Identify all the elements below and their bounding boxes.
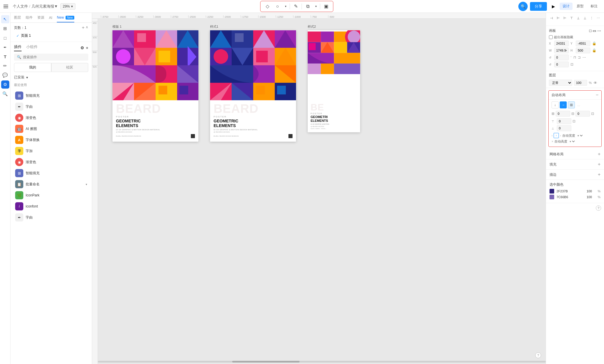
tab-ai[interactable]: AI (49, 16, 52, 22)
plugin-item-font-replace[interactable]: A 字体替换 (14, 134, 88, 145)
text-tool-icon[interactable]: T (1, 52, 9, 61)
plugin-item-iconpark[interactable]: 🌿 IconPark (14, 190, 88, 201)
plugin-item-gradient[interactable]: ◉ 渐变色 (14, 112, 88, 123)
canvas-icon-2[interactable]: ▭ (593, 29, 596, 33)
pencil-tool-icon[interactable]: ✏ (1, 62, 9, 70)
y-input[interactable] (576, 41, 590, 46)
color-item-1[interactable]: 2F237B 100 % (550, 189, 601, 194)
tab-community-plugins[interactable]: 社区 (51, 63, 89, 72)
color-item-2[interactable]: 7C66B6 100 % (550, 195, 601, 199)
plugin-item-ai-erase[interactable]: 🤖 AI 擦图 (14, 123, 88, 134)
plugin-item-ziyou2[interactable]: ✒ 字由 (14, 212, 88, 223)
blend-mode-select[interactable]: 正常 (549, 80, 572, 86)
clip-checkbox[interactable] (549, 35, 553, 39)
height-type-select[interactable]: ▾ (568, 140, 576, 143)
w-input[interactable] (554, 48, 569, 53)
align-center-h-btn[interactable]: ⊢ (556, 15, 561, 21)
visibility-toggle[interactable]: 👁 (594, 81, 597, 85)
plugin-item-smart-fill[interactable]: ⊞ 智能填充 (14, 90, 88, 101)
auto-layout-collapse-btn[interactable]: − (596, 92, 598, 98)
menu-button[interactable] (3, 3, 10, 10)
tab-components[interactable]: 组件 (26, 15, 33, 22)
plugin-tool-icon[interactable]: ⚙ (1, 80, 9, 89)
tab-design[interactable]: 设计 (560, 3, 573, 10)
plugin-settings-icon[interactable]: ⚙ (80, 45, 84, 50)
pen-tool-icon[interactable]: ✒ (1, 43, 9, 51)
select-tool-icon[interactable]: ↖ (1, 15, 9, 23)
copy-dropdown[interactable]: ▾ (314, 2, 318, 10)
align-center-v-btn[interactable]: ⊥ (576, 15, 581, 21)
help-btn[interactable]: ? (596, 205, 601, 211)
tab-annotation[interactable]: 标注 (588, 3, 601, 10)
plugin-item-batch-name[interactable]: 📋 批量命名 ▾ (14, 179, 88, 190)
add-grid-btn[interactable]: + (598, 152, 601, 157)
search-circle-btn[interactable]: 🔍 (518, 2, 528, 11)
plugin-item-gradient2[interactable]: ◉ 渐变色 (14, 156, 88, 168)
circle-dropdown[interactable]: ▾ (283, 2, 288, 10)
frame-tool-btn[interactable]: ▣ (322, 2, 330, 10)
dir-right-btn[interactable]: → (560, 101, 567, 108)
rotate-1-input[interactable] (554, 54, 569, 60)
align-left-btn[interactable]: ⊣ (549, 15, 554, 21)
expand-icon[interactable]: ⊡ (570, 62, 573, 66)
plugin-search-input[interactable] (23, 55, 85, 59)
search-tool-icon[interactable]: 🔍 (1, 90, 9, 98)
dir-wrap-btn[interactable]: ⊞ (568, 101, 575, 108)
help-button[interactable]: ? (535, 352, 541, 358)
add-stroke-btn[interactable]: + (598, 172, 601, 177)
distribute-btn[interactable]: ⋮ (589, 15, 594, 21)
add-page-button[interactable]: + (82, 25, 84, 30)
frame-layout-icon[interactable]: ⊞ (1, 24, 9, 33)
canvas-content[interactable]: 模版 1 (98, 19, 546, 360)
play-button[interactable]: ▶ (549, 2, 557, 10)
more-icon[interactable]: ⋯ (582, 55, 586, 59)
zoom-control[interactable]: 29% ▾ (60, 3, 75, 10)
x-input[interactable] (554, 41, 569, 46)
corner-icon[interactable]: ⊓ (573, 55, 576, 59)
pad-top-input[interactable] (557, 118, 571, 124)
tab-prototype[interactable]: 原型 (574, 3, 587, 10)
opacity-input[interactable] (574, 80, 587, 86)
diamond-tool-btn[interactable]: ◇ (263, 2, 272, 10)
plugin-item-smart-fill2[interactable]: ⊞ 智能填充 (14, 168, 88, 179)
align-top-btn[interactable]: ⊤ (569, 15, 575, 21)
page-item[interactable]: ✓ 页面 1 (14, 32, 88, 39)
rotate-2-input[interactable] (554, 61, 569, 67)
circle-tool-btn[interactable]: ○ (273, 2, 281, 10)
v-gap-input[interactable] (575, 111, 590, 117)
width-type-select[interactable]: ▾ (576, 134, 584, 138)
tab-layers[interactable]: 图层 (14, 15, 21, 22)
lock-icon-2[interactable]: 🔒 (592, 48, 596, 52)
poster-container-2[interactable]: 样式1 (210, 30, 296, 142)
pad-bottom-input[interactable] (557, 125, 571, 131)
add-fill-btn[interactable]: + (598, 162, 601, 167)
tab-my-plugins[interactable]: 我的 (14, 63, 51, 72)
breadcrumb-file[interactable]: 几何元素海报▼ (31, 4, 58, 9)
h-gap-input[interactable] (556, 111, 570, 117)
poster-container-3[interactable]: 样式2 (308, 30, 360, 132)
canvas-icon-1[interactable]: □ (589, 29, 591, 33)
tab-plugins[interactable]: 插件 (14, 44, 22, 51)
canvas-icon-3[interactable]: ⋯ (597, 29, 601, 33)
lock-icon[interactable]: 🔒 (592, 41, 596, 45)
tab-new[interactable]: New New (57, 15, 74, 22)
tab-widgets[interactable]: 小组件 (26, 44, 38, 51)
canvas-area[interactable]: -3750 -3500 -3250 -3000 -2750 -2500 -225… (92, 13, 546, 364)
more-align-btn[interactable]: ⋯ (596, 15, 601, 21)
poster-container-1[interactable]: 模版 1 (112, 30, 198, 142)
plugin-item-zijia[interactable]: 字 字加 (14, 145, 88, 156)
tab-assets[interactable]: 资源 (37, 15, 44, 22)
align-bottom-btn[interactable]: ⊥ (582, 15, 588, 21)
plugin-add-icon[interactable]: + (86, 45, 88, 50)
poster-3[interactable]: BE POSTER GEOMETRIELEMENTS UI UX GRAPHIC… (308, 30, 360, 132)
rect-tool-icon[interactable]: □ (1, 34, 9, 42)
poster-1[interactable]: BEARD POSTER GEOMETRICELEMENTS UI UX GRA… (112, 30, 198, 142)
plugin-item-iconfont[interactable]: i iconfont (14, 201, 88, 212)
dir-down-btn[interactable]: ↓ (552, 101, 559, 108)
breadcrumb-personal[interactable]: 个人文件 (13, 4, 28, 9)
batch-name-dropdown[interactable]: ▾ (86, 183, 87, 186)
h-input[interactable] (576, 48, 590, 53)
share-button[interactable]: 分享 (530, 2, 547, 11)
align-right-btn[interactable]: ⊢ (562, 15, 568, 21)
installed-header[interactable]: 已安装 ▾ (14, 75, 88, 80)
